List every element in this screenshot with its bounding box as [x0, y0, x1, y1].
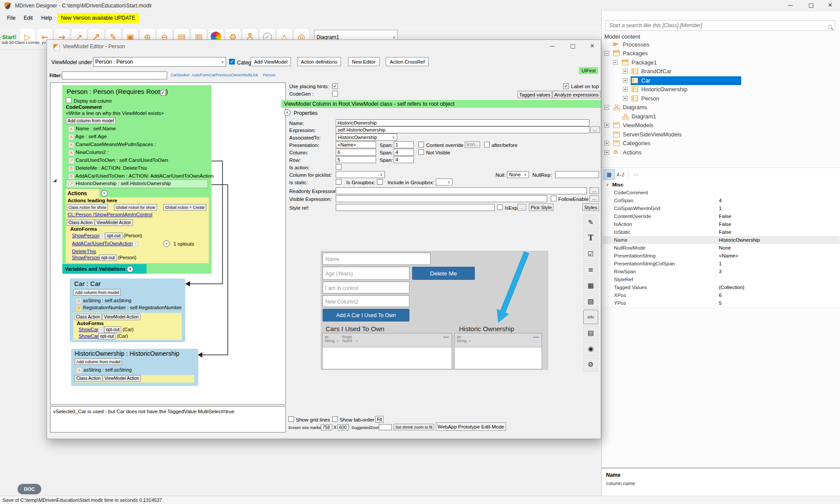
show-grid-lines-checkbox[interactable]	[288, 416, 294, 422]
show-tab-order-checkbox[interactable]	[332, 416, 338, 422]
presentation-span-field[interactable]: 1	[394, 141, 414, 148]
historic-grid[interactable]: asString ▼ •••	[454, 333, 542, 369]
sidebar-item-package1[interactable]: − Package1	[602, 58, 840, 67]
edit-tool-button[interactable]: ✎	[583, 215, 598, 229]
vm-column-row[interactable]: ⚙ DeleteMe : ACTION: DeleteThis	[68, 165, 147, 172]
vm-column-row[interactable]: ↗ CarsIUsedToOwn : self.CarsIUsedToOwn	[68, 157, 168, 164]
showperson-link[interactable]: ShowPerson	[72, 255, 99, 260]
nullrep-field[interactable]	[555, 171, 599, 178]
property-category-row[interactable]: ∨ Misc	[603, 181, 840, 189]
checkbox-tool-button[interactable]: ☑	[583, 247, 598, 261]
presentation-field[interactable]: <Name>	[336, 141, 376, 148]
collapse-icon[interactable]: −	[604, 105, 609, 110]
expand-icon[interactable]: +	[623, 87, 628, 92]
viewmodel-link-autoform[interactable]: AutoFormCarPreviousOwnerMultiLink	[192, 73, 258, 77]
calendar-tool-button[interactable]: ▦	[583, 278, 598, 293]
showperson-link[interactable]: ShowPerson	[72, 233, 99, 238]
sidebar-item-brandofcar[interactable]: + BrandOfCar	[602, 67, 840, 76]
expand-icon[interactable]: +	[623, 96, 628, 101]
expand-icon[interactable]: +	[623, 69, 628, 74]
expression-ellipsis-button[interactable]: ...	[590, 126, 600, 133]
expression-field[interactable]: self.HistoricOwnership	[336, 126, 589, 133]
opt-out-button[interactable]: opt-out	[98, 333, 115, 340]
class-action-button[interactable]: Class Action	[74, 314, 102, 320]
expand-icon[interactable]: +	[604, 123, 609, 128]
action-crossref-button[interactable]: Action CrossRef	[386, 57, 429, 66]
property-row[interactable]: ContentOverrideFalse	[603, 212, 840, 221]
viewmodel-action-button[interactable]: ViewModel Action	[95, 219, 133, 226]
followenable-checkbox[interactable]	[551, 196, 556, 201]
use-placing-hints-checkbox[interactable]: ✓	[332, 83, 338, 89]
close-button[interactable]: ✕	[590, 43, 595, 49]
global-action-for-show-button[interactable]: Global Action for show	[114, 204, 157, 211]
viewmodel-action-button[interactable]: ViewModel Action	[102, 314, 140, 320]
minimize-button[interactable]: —	[788, 2, 793, 8]
global-action-create-button[interactable]: Global Action + Create	[163, 204, 206, 211]
new-editor-button[interactable]: New Editor	[348, 57, 380, 66]
filter-funnel-icon[interactable]: ▼	[337, 339, 339, 343]
filter-input[interactable]	[62, 71, 167, 79]
sidebar-item-historicownership[interactable]: + HistoricOwnership	[602, 85, 840, 94]
collapse-section-icon[interactable]: ∧	[101, 190, 108, 197]
info-tool-button[interactable]: Info	[583, 310, 598, 324]
expand-icon[interactable]: +	[623, 78, 628, 83]
preview-delete-me-button[interactable]: Delete Me	[412, 267, 475, 280]
tagged-values-button[interactable]: Tagged values	[517, 91, 552, 98]
screen-height-field[interactable]: 600	[337, 424, 349, 430]
report-tool-button[interactable]: ▤	[583, 325, 598, 340]
include-groupbox-select[interactable]: ∨	[436, 179, 452, 186]
categ-checkbox[interactable]: ✓	[229, 59, 235, 64]
menu-file[interactable]: File	[7, 15, 15, 21]
preview-control-input[interactable]	[323, 282, 409, 293]
screen-width-field[interactable]: 758	[321, 424, 332, 430]
gear-tool-button[interactable]: ⚙	[583, 357, 598, 372]
property-row[interactable]: CodeComment	[603, 189, 840, 197]
historicownership-viewmodel-box[interactable]: HistoricOwnership : HistoricOwnership Ad…	[71, 349, 198, 386]
filter-funnel-icon[interactable]: ▼	[356, 339, 358, 343]
menu-edit[interactable]: Edit	[24, 15, 33, 21]
codegen-checkbox[interactable]	[332, 91, 338, 97]
property-row[interactable]: StyleRef	[603, 275, 840, 284]
class-action-button[interactable]: Class Action	[75, 375, 102, 382]
analyze-expressions-button[interactable]: Analyze expressions	[553, 91, 600, 98]
variables-validations-bar[interactable]: Variables and Validations ∨	[62, 264, 147, 274]
property-row[interactable]: XPos6	[603, 291, 840, 300]
addacar-action-link[interactable]: AddACarIUsedToOwnAction	[72, 241, 133, 246]
person-viewmodel-box[interactable]: Person : Person (Requires Root✓) Display…	[62, 85, 212, 274]
column-span-field[interactable]: 4	[394, 149, 414, 156]
property-row[interactable]: Tagged Values(Collection)	[603, 283, 840, 292]
opt-out-button[interactable]: opt-out	[99, 254, 116, 261]
deletethis-link[interactable]: DeleteThis	[72, 249, 96, 254]
readonly-ellipsis-button[interactable]: ...	[589, 187, 599, 194]
minimize-button[interactable]: —	[549, 43, 555, 49]
expand-icon[interactable]: +	[604, 150, 609, 155]
update-banner[interactable]: New Version available UPDATE	[57, 13, 139, 23]
set-shrink-zoom-button[interactable]: Set shrink zoom to fit	[394, 424, 434, 430]
is-action-checkbox[interactable]	[336, 164, 341, 170]
suggested-zoom-field[interactable]	[379, 424, 392, 430]
cl-person-link[interactable]: CL:Person /ShowPersonIAmInControl	[68, 212, 152, 217]
sidebar-item-actions[interactable]: + ⚙ Actions	[602, 148, 840, 157]
preview-newcolumn2-input[interactable]	[323, 295, 409, 307]
list-tool-button[interactable]: ≡	[583, 262, 598, 277]
menu-help[interactable]: Help	[41, 15, 52, 21]
viewmodel-canvas[interactable]: ◢ Person : Person (Requires Root✓) Displ…	[50, 82, 286, 405]
row-field[interactable]: 5	[336, 156, 376, 163]
vm-column-row[interactable]: A asString : self.asString	[76, 298, 131, 304]
alphabetical-sort-button[interactable]: A↓Z	[615, 169, 626, 180]
preview-add-car-button[interactable]: Add A Car I Used To Own	[323, 309, 409, 322]
property-row[interactable]: IsActionFalse	[603, 220, 840, 229]
property-row[interactable]: PresentationStringColSpan1	[603, 260, 840, 268]
name-field[interactable]: HistoricOwnership	[336, 119, 589, 126]
text-tool-button[interactable]: T	[583, 231, 598, 245]
expand-icon[interactable]: +	[604, 141, 609, 146]
grid-menu-dots-icon[interactable]: •••	[444, 335, 449, 340]
label-on-top-checkbox[interactable]: ✓	[563, 83, 569, 89]
visible-ellipsis-button[interactable]: ...	[589, 195, 599, 202]
webapp-prototype-button[interactable]: WebApp Prototype Edit-Mode	[436, 422, 506, 431]
actions-tab[interactable]: Actions	[66, 189, 99, 197]
sidebar-item-serversideviewmodels[interactable]: ServerSideViewModels	[602, 130, 840, 139]
sidebar-item-diagrams[interactable]: − Diagrams	[602, 103, 840, 112]
property-row[interactable]: YPos5	[603, 299, 840, 307]
categorized-view-button[interactable]: ▦	[603, 169, 615, 180]
